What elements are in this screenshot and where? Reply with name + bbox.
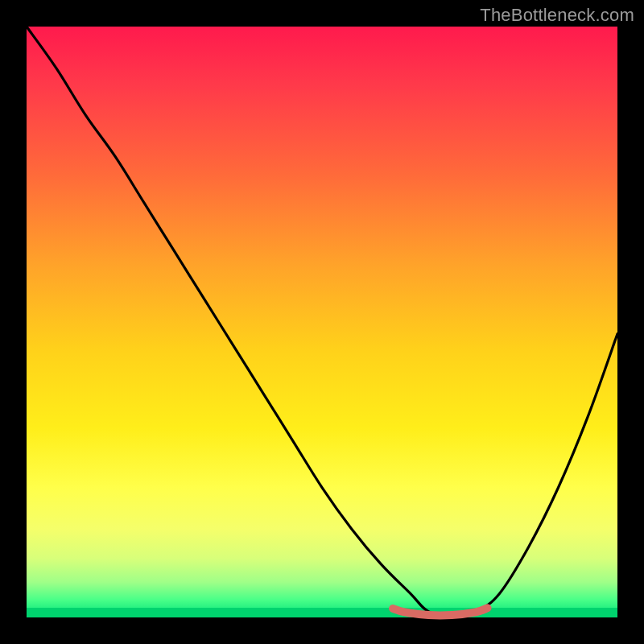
plot-area — [27, 27, 617, 617]
valley-highlight — [393, 608, 487, 615]
watermark-text: TheBottleneck.com — [480, 5, 634, 26]
chart-frame: TheBottleneck.com — [0, 0, 644, 644]
chart-svg — [27, 27, 617, 617]
bottleneck-curve — [27, 27, 617, 617]
